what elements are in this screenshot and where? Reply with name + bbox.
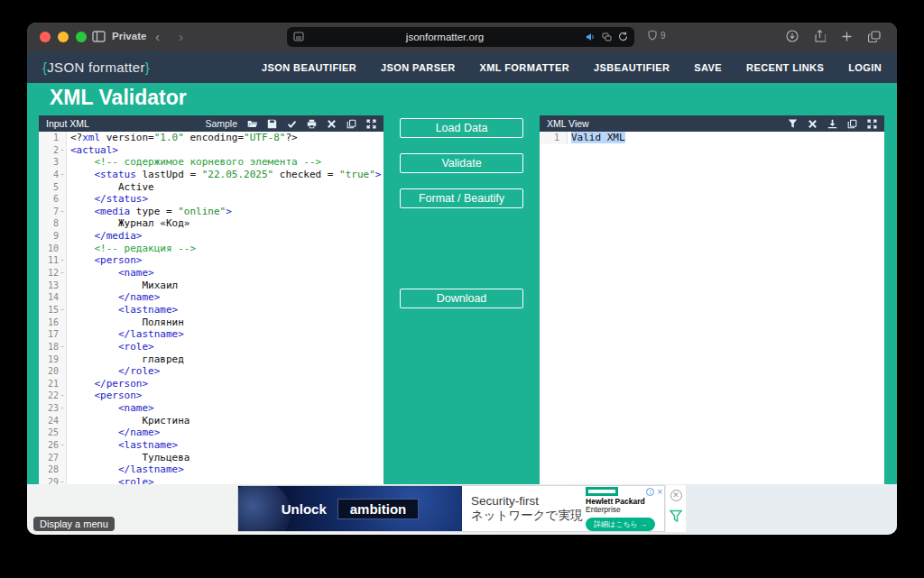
validate-button[interactable]: Validate <box>400 153 523 173</box>
main-nav: JSON BEAUTIFIERJSON PARSERXML FORMATTERJ… <box>262 62 882 73</box>
fold-marker[interactable]: - <box>59 439 67 452</box>
load-data-button[interactable]: Load Data <box>400 118 523 138</box>
maximize-window-button[interactable] <box>76 32 87 42</box>
report-ad-funnel-icon[interactable] <box>670 509 682 527</box>
copy-icon[interactable] <box>847 119 857 129</box>
code-text: <?xml version="1.0" encoding="UTF-8"?> <box>67 132 298 144</box>
fold-marker[interactable]: - <box>59 169 67 181</box>
new-tab-icon[interactable] <box>841 30 853 46</box>
line-number: 16 <box>39 317 59 329</box>
fold-marker[interactable]: - <box>59 144 67 157</box>
ad-image[interactable]: Unlock ambition <box>238 486 462 531</box>
copy-icon[interactable] <box>346 119 356 129</box>
close-window-button[interactable] <box>40 32 51 42</box>
code-text: Михаил <box>67 280 178 292</box>
xml-view-output[interactable]: 1Valid XML <box>540 132 884 484</box>
code-line: 6 </status> <box>39 193 383 206</box>
nav-item-xml-formatter[interactable]: XML FORMATTER <box>480 62 570 73</box>
code-line: 9 </media> <box>39 230 383 243</box>
line-number: 18 <box>39 341 59 353</box>
code-text: <name> <box>67 402 154 415</box>
output-panel-title: XML View <box>547 118 589 129</box>
xml-code-editor[interactable]: 1<?xml version="1.0" encoding="UTF-8"?>2… <box>39 132 383 484</box>
translate-icon[interactable] <box>602 29 612 45</box>
xml-view-panel: XML View 1Valid XML <box>540 115 884 484</box>
code-line: 12- <name> <box>39 267 383 280</box>
download-button[interactable]: Download <box>400 289 523 308</box>
fold-marker[interactable]: - <box>59 206 67 218</box>
ad-close-icon[interactable]: × <box>657 487 662 497</box>
privacy-shield[interactable]: 9 <box>648 30 666 41</box>
fold-gutter <box>559 132 568 144</box>
nav-item-json-parser[interactable]: JSON PARSER <box>381 62 455 73</box>
check-icon[interactable] <box>287 119 297 129</box>
ad-word-unlock: Unlock <box>282 501 327 517</box>
ad-cta-button[interactable]: 詳細はこちら → <box>586 518 655 531</box>
code-text: <actual> <box>67 144 118 157</box>
close-icon[interactable] <box>808 119 818 129</box>
sidebar-toggle-icon[interactable] <box>92 30 106 46</box>
downloads-icon[interactable] <box>786 30 799 46</box>
nav-item-recent-links[interactable]: RECENT LINKS <box>746 62 824 73</box>
fold-marker[interactable]: - <box>59 476 67 484</box>
code-line: 10 <!-- редакция --> <box>39 243 383 255</box>
format-beautify-button[interactable]: Format / Beautify <box>400 188 523 208</box>
forward-button[interactable]: › <box>179 28 183 46</box>
expand-icon[interactable] <box>366 119 376 129</box>
line-number: 10 <box>39 243 59 255</box>
tab-overview-icon[interactable] <box>868 30 881 46</box>
save-icon[interactable] <box>267 119 277 129</box>
open-folder-icon[interactable] <box>247 119 257 129</box>
fold-gutter <box>59 353 67 366</box>
ad-side-controls: ✕ <box>666 485 686 532</box>
nav-item-save[interactable]: SAVE <box>694 62 722 73</box>
line-number: 11 <box>39 254 59 267</box>
line-number: 8 <box>39 217 59 230</box>
input-xml-panel: Input XML Sample 1<?xml version="1.0" en… <box>39 115 383 484</box>
fold-marker[interactable]: - <box>59 390 67 402</box>
fold-gutter <box>59 427 67 439</box>
fold-marker[interactable]: - <box>59 341 67 353</box>
line-number: 28 <box>39 463 59 476</box>
filter-icon[interactable] <box>788 119 798 129</box>
minimize-window-button[interactable] <box>58 32 69 42</box>
fold-marker[interactable]: - <box>59 254 67 267</box>
address-bar[interactable]: jsonformatter.org <box>287 27 634 47</box>
fold-marker[interactable]: - <box>59 402 67 415</box>
reload-icon[interactable] <box>618 29 628 45</box>
code-line: 16 Полянин <box>39 317 383 329</box>
nav-item-json-beautifier[interactable]: JSON BEAUTIFIER <box>262 62 356 73</box>
code-text: </lastname> <box>67 328 184 341</box>
print-icon[interactable] <box>307 119 317 129</box>
close-icon[interactable] <box>327 119 337 129</box>
sample-button[interactable]: Sample <box>205 118 237 129</box>
url-text[interactable]: jsonformatter.org <box>304 32 586 42</box>
code-text: </status> <box>67 193 148 206</box>
fold-gutter <box>59 193 67 206</box>
ad-banner[interactable]: Unlock ambition Security-first ネットワークで実現… <box>237 485 665 532</box>
code-line: 26- <lastname> <box>39 439 383 452</box>
share-icon[interactable] <box>814 30 826 46</box>
ad-info-icon[interactable]: i <box>646 488 654 496</box>
fold-marker[interactable]: - <box>59 304 67 317</box>
code-text: <!-- редакция --> <box>67 243 196 255</box>
code-text: <media type = "online"> <box>67 206 232 218</box>
mute-audio-icon[interactable] <box>586 29 596 45</box>
line-number: 21 <box>39 378 59 390</box>
fold-gutter <box>59 291 67 304</box>
line-number: 19 <box>39 353 59 366</box>
code-line: 21 </person> <box>39 378 383 390</box>
fold-gutter <box>59 243 67 255</box>
nav-item-login[interactable]: LOGIN <box>848 62 882 73</box>
fold-marker[interactable]: - <box>59 267 67 280</box>
expand-icon[interactable] <box>867 119 877 129</box>
site-logo[interactable]: {JSON formatter} <box>42 60 150 75</box>
reader-icon[interactable] <box>293 29 304 45</box>
download-icon[interactable] <box>827 119 837 129</box>
nav-item-jsbeautifier[interactable]: JSBEAUTIFIER <box>594 62 670 73</box>
dismiss-ad-button[interactable]: ✕ <box>670 490 682 501</box>
code-line: 19 главред <box>39 353 383 366</box>
ad-text-section[interactable]: Security-first ネットワークで実現 Hewlett Packard… <box>462 486 664 531</box>
back-button[interactable]: ‹ <box>155 28 160 46</box>
code-text: </person> <box>67 378 148 390</box>
